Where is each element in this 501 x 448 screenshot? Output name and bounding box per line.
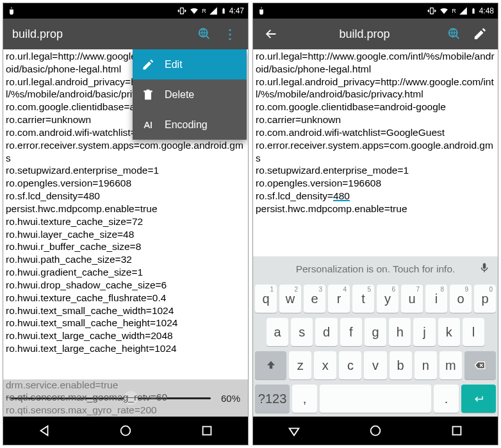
svg-rect-5 <box>453 427 461 435</box>
key-x[interactable]: x <box>314 351 336 379</box>
text-body[interactable]: ro.url.legal=http://www.google.com/intl/… <box>253 49 498 216</box>
key-o[interactable]: 9o <box>450 285 472 313</box>
file-content[interactable]: ro.url.legal=http://www.google.com/intl/… <box>253 49 498 256</box>
key-r[interactable]: 4r <box>328 285 350 313</box>
key-space[interactable] <box>320 385 431 413</box>
status-bar: R 4:47 <box>3 3 248 19</box>
status-time: 4:48 <box>479 6 494 15</box>
key-b[interactable]: b <box>390 351 412 379</box>
key-f[interactable]: f <box>340 318 362 346</box>
pencil-icon <box>142 58 154 71</box>
trash-icon <box>142 88 154 101</box>
nav-recent[interactable] <box>438 424 476 438</box>
debug-icon <box>257 6 266 15</box>
context-menu: Edit Delete Encoding <box>133 49 247 140</box>
key-backspace[interactable] <box>464 351 496 379</box>
key-j[interactable]: j <box>413 318 435 346</box>
nav-bar <box>3 417 248 445</box>
key-m[interactable]: m <box>439 351 462 379</box>
keyboard: 1q2w3e4r5t6y7u8i9o0p asdfghjkl zxcvbnm ?… <box>253 282 498 417</box>
battery-icon <box>470 6 477 15</box>
key-s[interactable]: s <box>291 318 313 346</box>
mic-icon[interactable] <box>479 262 490 276</box>
debug-icon <box>7 6 16 15</box>
signal-icon <box>459 6 468 15</box>
key-t[interactable]: 5t <box>352 285 374 313</box>
battery-icon <box>220 6 227 15</box>
search-button[interactable] <box>441 21 467 47</box>
nav-bar <box>253 417 498 445</box>
key-w[interactable]: 2w <box>279 285 301 313</box>
overflow-menu-button[interactable]: ⋮ <box>217 21 243 47</box>
key-shift[interactable] <box>255 351 286 379</box>
key-c[interactable]: c <box>339 351 361 379</box>
key-n[interactable]: n <box>415 351 437 379</box>
nav-recent[interactable] <box>188 424 226 438</box>
wifi-icon <box>189 6 199 15</box>
key-enter[interactable] <box>461 385 496 413</box>
svg-point-4 <box>371 426 381 436</box>
key-i[interactable]: 8i <box>425 285 447 313</box>
key-g[interactable]: g <box>365 318 386 346</box>
nav-home[interactable] <box>356 424 395 438</box>
vibrate-icon <box>177 6 186 15</box>
file-content[interactable]: ro.url.legal=http://www.google.com/intl/… <box>3 49 248 417</box>
key-comma[interactable]: , <box>292 385 317 413</box>
signal-icon <box>209 6 218 15</box>
app-bar: build.prop <box>253 19 498 49</box>
wifi-icon <box>439 6 449 15</box>
key-y[interactable]: 6y <box>377 285 398 313</box>
key-d[interactable]: d <box>315 318 337 346</box>
app-bar: build.prop ⋮ <box>3 19 248 49</box>
page-title: build.prop <box>284 28 441 41</box>
vibrate-icon <box>427 6 436 15</box>
status-bar: R 4:48 <box>253 3 498 19</box>
svg-point-1 <box>121 426 131 436</box>
keyboard-suggestion-bar[interactable]: Personalization is on. Touch for info. <box>253 256 498 282</box>
menu-delete[interactable]: Delete <box>133 79 247 110</box>
page-title: build.prop <box>8 28 192 41</box>
key-h[interactable]: h <box>389 318 411 346</box>
key-a[interactable]: a <box>267 318 288 346</box>
menu-encoding[interactable]: Encoding <box>133 110 247 140</box>
key-symbols[interactable]: ?123 <box>255 385 290 413</box>
key-u[interactable]: 7u <box>401 285 423 313</box>
back-button[interactable] <box>258 21 284 47</box>
overlay-lines: drm.service.enabled=true ro.qti.sensors.… <box>6 379 248 417</box>
status-time: 4:47 <box>229 6 244 15</box>
key-k[interactable]: k <box>438 318 460 346</box>
edit-button[interactable] <box>467 21 493 47</box>
encoding-icon <box>142 119 154 131</box>
svg-rect-2 <box>203 427 211 435</box>
key-q[interactable]: 1q <box>255 285 277 313</box>
key-e[interactable]: 3e <box>304 285 325 313</box>
menu-edit[interactable]: Edit <box>133 49 247 79</box>
phone-right: R 4:48 build.prop ro.url.legal=http://ww… <box>252 3 498 445</box>
key-l[interactable]: l <box>463 318 484 346</box>
phone-left: R 4:47 build.prop ⋮ ro.url.legal=http://… <box>3 3 249 445</box>
key-p[interactable]: 0p <box>474 285 496 313</box>
search-button[interactable] <box>192 21 217 47</box>
nav-home[interactable] <box>106 424 145 438</box>
key-period[interactable]: . <box>434 385 459 413</box>
key-v[interactable]: v <box>364 351 386 379</box>
nav-back-ime[interactable] <box>275 424 313 438</box>
nav-back[interactable] <box>25 424 63 438</box>
key-z[interactable]: z <box>289 351 311 379</box>
